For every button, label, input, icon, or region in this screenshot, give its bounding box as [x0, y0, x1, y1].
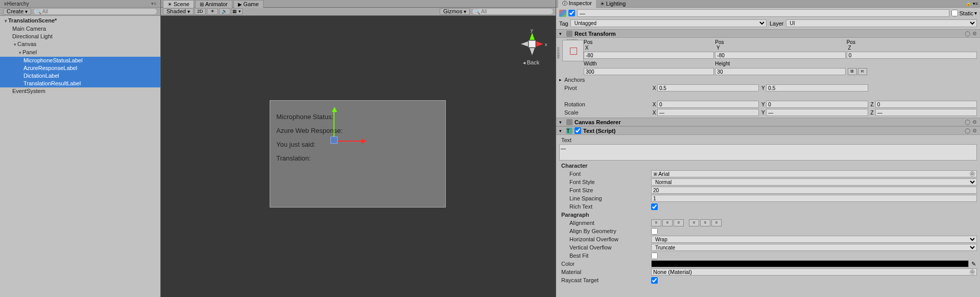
- align-left-button[interactable]: ≡: [651, 219, 661, 226]
- best-fit-checkbox[interactable]: [651, 253, 658, 259]
- pivot-x-input[interactable]: [657, 84, 759, 92]
- font-field[interactable]: ▣Arial⊙: [651, 170, 977, 177]
- gear-icon[interactable]: ⚙: [972, 119, 977, 125]
- pos-x-input[interactable]: [584, 52, 714, 59]
- tree-item[interactable]: ▾Canvas: [0, 40, 160, 49]
- center-tabs: ☀ Scene ⊞ Animator ▶ Game: [161, 0, 556, 8]
- help-icon[interactable]: ◯: [965, 31, 970, 36]
- scene-root[interactable]: ▾TranslationScene*: [0, 17, 160, 25]
- align-top-button[interactable]: ≡: [689, 219, 699, 226]
- static-checkbox[interactable]: [951, 10, 958, 16]
- tree-item[interactable]: DictationLabel: [0, 72, 160, 80]
- color-field[interactable]: [651, 260, 969, 267]
- viewport[interactable]: Microphone Status: Azure Web Response: Y…: [161, 16, 556, 297]
- align-geometry-checkbox[interactable]: [651, 228, 658, 235]
- anchor-preset-button[interactable]: [562, 40, 584, 61]
- anchors-foldout[interactable]: Anchors: [564, 77, 656, 83]
- align-center-button[interactable]: ≡: [662, 219, 673, 226]
- fx-toggle[interactable]: ▦ ▾: [231, 8, 243, 15]
- audio-toggle[interactable]: 🔊: [219, 8, 230, 15]
- gear-icon[interactable]: ⚙: [972, 31, 977, 36]
- tree-item[interactable]: AzureResponseLabel: [0, 64, 160, 72]
- tab-inspector[interactable]: ⓘ Inspector: [558, 0, 596, 8]
- rot-x-input[interactable]: [657, 101, 759, 108]
- lock-icon[interactable]: 🔒 ▾≡: [966, 1, 978, 6]
- scale-z-input[interactable]: [875, 109, 977, 116]
- eyedropper-icon[interactable]: ✎: [970, 261, 977, 267]
- text-textarea[interactable]: —: [559, 144, 977, 161]
- back-button[interactable]: ◂ Back: [523, 59, 539, 65]
- tree-item[interactable]: MicrophoneStatusLabel: [0, 57, 160, 64]
- align-middle-button[interactable]: ≡: [700, 219, 710, 226]
- scene-search-input[interactable]: [481, 9, 551, 14]
- active-checkbox[interactable]: [568, 10, 575, 16]
- tree-item[interactable]: TranslationResultLabel: [0, 80, 160, 87]
- tree-item[interactable]: Main Camera: [0, 25, 160, 33]
- blueprint-button[interactable]: ⊞: [848, 68, 857, 75]
- rich-text-checkbox[interactable]: [651, 203, 658, 210]
- layer-label: Layer: [770, 20, 784, 27]
- lighting-toggle[interactable]: ☀: [207, 8, 218, 15]
- scene-view: ☀ Scene ⊞ Animator ▶ Game Shaded ▾ 2D ☀ …: [161, 0, 556, 297]
- scene-search[interactable]: 🔍: [472, 8, 554, 15]
- hierarchy-tree: ▾TranslationScene* Main Camera Direction…: [0, 16, 160, 96]
- help-icon[interactable]: ◯: [965, 119, 970, 125]
- component-enable-checkbox[interactable]: [575, 127, 581, 134]
- font-style-dropdown[interactable]: Normal: [651, 178, 977, 186]
- pivot-y-input[interactable]: [766, 84, 868, 92]
- align-bottom-button[interactable]: ≡: [711, 219, 722, 226]
- orientation-gizmo[interactable]: y x ◂ Back: [517, 29, 547, 59]
- shading-dropdown[interactable]: Shaded ▾: [163, 8, 194, 15]
- create-dropdown[interactable]: Create ▾: [3, 8, 31, 15]
- component-header[interactable]: ▾ Canvas Renderer ◯ ⚙: [556, 118, 980, 126]
- inspector-panel: ⓘ Inspector ☀ Lighting 🔒 ▾≡ Static ▾ Tag…: [556, 0, 980, 297]
- h-overflow-dropdown[interactable]: Wrap: [651, 236, 977, 243]
- width-input[interactable]: [584, 68, 714, 75]
- height-input[interactable]: [715, 68, 845, 75]
- label-preview: You just said:: [276, 141, 439, 148]
- tab-scene[interactable]: ☀ Scene: [163, 0, 194, 8]
- pos-y-input[interactable]: [715, 52, 845, 59]
- 2d-toggle[interactable]: 2D: [195, 8, 206, 15]
- panel-menu-icon[interactable]: ▾≡: [151, 1, 156, 6]
- rot-y-input[interactable]: [766, 101, 868, 108]
- scale-y-input[interactable]: [766, 109, 868, 116]
- tag-label: Tag: [559, 20, 568, 27]
- hierarchy-tab[interactable]: ≡ Hierarchy ▾≡: [0, 0, 160, 8]
- align-right-button[interactable]: ≡: [674, 219, 684, 226]
- scale-x-input[interactable]: [657, 109, 759, 116]
- tree-item[interactable]: EventSystem: [0, 87, 160, 95]
- raycast-target-checkbox[interactable]: [651, 277, 658, 284]
- gameobject-header: Static ▾: [556, 8, 980, 18]
- material-field[interactable]: None (Material)⊙: [651, 268, 977, 276]
- rect-transform-component: ▾ Rect Transform ◯ ⚙ center middle Pos X…: [556, 29, 980, 118]
- gameobject-icon[interactable]: [559, 10, 566, 17]
- font-size-input[interactable]: [651, 187, 977, 194]
- component-header[interactable]: ▾ Rect Transform ◯ ⚙: [556, 30, 980, 38]
- tag-dropdown[interactable]: Untagged: [570, 19, 767, 27]
- tab-game[interactable]: ▶ Game: [233, 0, 264, 8]
- raw-edit-button[interactable]: R: [858, 68, 867, 75]
- tab-lighting[interactable]: ☀ Lighting: [596, 0, 630, 7]
- hierarchy-search[interactable]: 🔍: [33, 8, 157, 15]
- help-icon[interactable]: ◯: [965, 128, 970, 133]
- tab-animator[interactable]: ⊞ Animator: [195, 0, 232, 8]
- tree-item[interactable]: Directional Light: [0, 33, 160, 40]
- v-overflow-dropdown[interactable]: Truncate: [651, 244, 977, 251]
- gizmos-dropdown[interactable]: Gizmos ▾: [440, 8, 470, 15]
- line-spacing-input[interactable]: [651, 195, 977, 202]
- rot-z-input[interactable]: [875, 101, 977, 108]
- text-component: ▾T Text (Script) ◯ ⚙ Text — Character Fo…: [556, 126, 980, 285]
- canvas-renderer-icon: [566, 119, 572, 125]
- pos-z-input[interactable]: [847, 52, 977, 59]
- layer-dropdown[interactable]: UI: [786, 19, 977, 27]
- canvas-renderer-component: ▾ Canvas Renderer ◯ ⚙: [556, 118, 980, 126]
- text-icon: T: [566, 128, 572, 134]
- component-header[interactable]: ▾T Text (Script) ◯ ⚙: [556, 127, 980, 135]
- tag-layer-row: Tag Untagged Layer UI: [556, 18, 980, 29]
- hierarchy-search-input[interactable]: [42, 9, 155, 14]
- hierarchy-panel: ≡ Hierarchy ▾≡ Create ▾ 🔍 ▾TranslationSc…: [0, 0, 161, 297]
- gear-icon[interactable]: ⚙: [972, 128, 977, 133]
- tree-item[interactable]: ▾Panel: [0, 49, 160, 57]
- gameobject-name-input[interactable]: [577, 9, 949, 17]
